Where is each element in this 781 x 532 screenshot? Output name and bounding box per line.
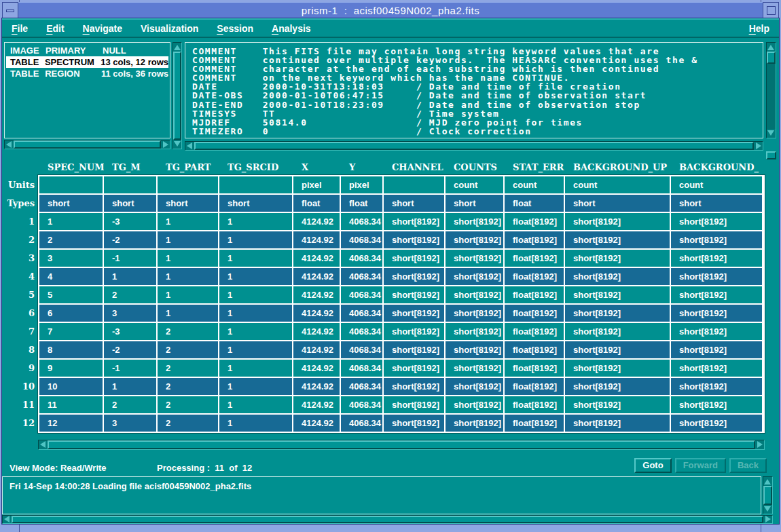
status-hscrollbar[interactable] <box>2 515 773 524</box>
table-cell[interactable]: short[8192] <box>384 415 444 432</box>
table-cell[interactable]: float[8192] <box>505 415 564 432</box>
table-cell[interactable]: short[8192] <box>565 341 670 358</box>
table-cell[interactable]: short[8192] <box>446 341 503 358</box>
table-cell[interactable]: short[8192] <box>446 360 503 377</box>
table-cell[interactable]: short[8192] <box>446 415 503 432</box>
table-cell[interactable]: 4 <box>39 268 103 285</box>
table-cell[interactable]: short[8192] <box>446 268 503 285</box>
hdu-row-primary[interactable]: IMAGEPRIMARYNULL <box>6 45 168 56</box>
table-cell[interactable]: 4124.92 <box>293 341 340 358</box>
column-header-tg_m[interactable]: TG_M <box>104 162 158 174</box>
table-cell[interactable]: 2 <box>104 286 156 303</box>
table-cell[interactable]: 1 <box>219 415 292 432</box>
table-cell[interactable]: 1 <box>219 213 292 230</box>
table-cell[interactable]: 1 <box>219 360 292 377</box>
table-cell[interactable]: float[8192] <box>505 213 564 230</box>
table-cell[interactable]: short[8192] <box>671 360 762 377</box>
table-cell[interactable]: 1 <box>104 268 156 285</box>
table-cell[interactable]: short[8192] <box>446 305 503 322</box>
table-cell[interactable]: short[8192] <box>565 213 670 230</box>
table-cell[interactable]: short[8192] <box>671 378 762 395</box>
table-cell[interactable]: 2 <box>158 396 218 413</box>
table-cell[interactable]: short[8192] <box>384 396 444 413</box>
table-cell[interactable]: short[8192] <box>565 378 670 395</box>
table-cell[interactable]: 4124.92 <box>293 305 340 322</box>
table-hscrollbar[interactable] <box>38 440 765 450</box>
table-cell[interactable]: 5 <box>39 286 103 303</box>
header-hscroll-thumb[interactable] <box>194 142 754 150</box>
table-cell[interactable]: -2 <box>104 341 156 358</box>
column-header-counts[interactable]: COUNTS <box>446 162 505 174</box>
menu-visualization[interactable]: Visualization <box>141 23 198 34</box>
table-cell[interactable]: count <box>671 176 762 193</box>
table-cell[interactable]: short[8192] <box>384 213 444 230</box>
table-cell[interactable]: short[8192] <box>671 213 762 230</box>
menu-analysis[interactable]: Analysis <box>272 23 311 34</box>
status-hscroll-thumb[interactable] <box>12 516 763 523</box>
forward-button[interactable]: Forward <box>675 458 726 473</box>
scroll-up-arrow[interactable] <box>763 477 772 486</box>
table-cell[interactable]: short[8192] <box>446 323 503 340</box>
table-cell[interactable]: short[8192] <box>446 231 503 248</box>
table-cell[interactable]: short <box>39 195 103 212</box>
table-cell[interactable]: 4068.34 <box>341 268 382 285</box>
hdu-list-hscrollbar[interactable] <box>4 140 170 149</box>
table-cell[interactable]: 1 <box>219 323 292 340</box>
table-cell[interactable]: short[8192] <box>671 415 762 432</box>
table-cell[interactable]: short[8192] <box>384 323 444 340</box>
table-cell[interactable]: 3 <box>104 415 156 432</box>
menu-session[interactable]: Session <box>217 23 253 34</box>
title-bar[interactable]: prism-1 : acisf00459N002_pha2.fits <box>2 2 779 18</box>
table-cell[interactable]: short[8192] <box>565 360 670 377</box>
table-cell[interactable]: -3 <box>104 213 156 230</box>
table-cell[interactable] <box>219 176 292 193</box>
scroll-right-arrow[interactable] <box>755 440 764 449</box>
column-header-stat_err[interactable]: STAT_ERR <box>505 162 565 174</box>
table-cell[interactable]: 2 <box>158 378 218 395</box>
table-cell[interactable] <box>158 176 218 193</box>
menu-help[interactable]: Help <box>749 23 769 34</box>
table-cell[interactable]: short[8192] <box>446 213 503 230</box>
hdu-list-hscroll-thumb[interactable] <box>14 140 161 149</box>
column-header-background_up[interactable]: BACKGROUND_UP <box>565 162 671 174</box>
table-cell[interactable]: 4124.92 <box>293 360 340 377</box>
table-cell[interactable]: 4068.34 <box>341 415 382 432</box>
table-cell[interactable]: short[8192] <box>671 268 762 285</box>
table-cell[interactable]: short[8192] <box>565 250 670 267</box>
table-cell[interactable]: float[8192] <box>505 268 564 285</box>
table-cell[interactable]: count <box>565 176 670 193</box>
scroll-right-arrow[interactable] <box>763 516 772 523</box>
column-header-tg_srcid[interactable]: TG_SRCID <box>219 162 293 174</box>
table-cell[interactable]: short[8192] <box>384 286 444 303</box>
table-cell[interactable]: 1 <box>219 286 292 303</box>
table-cell[interactable]: float[8192] <box>505 396 564 413</box>
table-cell[interactable]: float <box>505 195 564 212</box>
table-cell[interactable]: 2 <box>158 323 218 340</box>
table-cell[interactable]: 1 <box>219 396 292 413</box>
table-cell[interactable]: 1 <box>219 341 292 358</box>
table-cell[interactable]: short[8192] <box>446 396 503 413</box>
hdu-list-vscrollbar[interactable] <box>172 42 182 149</box>
table-cell[interactable]: short[8192] <box>565 323 670 340</box>
table-cell[interactable]: 4124.92 <box>293 323 340 340</box>
table-cell[interactable]: 1 <box>158 213 218 230</box>
table-hscroll-thumb[interactable] <box>48 440 755 449</box>
table-cell[interactable]: 4124.92 <box>293 378 340 395</box>
table-cell[interactable]: -2 <box>104 231 156 248</box>
table-cell[interactable]: 1 <box>158 231 218 248</box>
table-cell[interactable]: short[8192] <box>671 341 762 358</box>
table-cell[interactable]: short[8192] <box>384 268 444 285</box>
hdu-row-spectrum[interactable]: TABLESPECTRUM13 cols, 12 rows <box>6 56 168 68</box>
table-cell[interactable]: 1 <box>158 268 218 285</box>
table-cell[interactable]: short[8192] <box>565 305 670 322</box>
table-cell[interactable]: 1 <box>158 305 218 322</box>
table-cell[interactable]: short <box>158 195 218 212</box>
table-cell[interactable]: 4124.92 <box>293 286 340 303</box>
column-header-y[interactable]: Y <box>341 162 384 174</box>
scroll-up-arrow[interactable] <box>173 43 181 52</box>
table-cell[interactable]: 4068.34 <box>341 213 382 230</box>
status-vscroll-thumb[interactable] <box>763 486 772 505</box>
table-cell[interactable]: short[8192] <box>671 396 762 413</box>
table-cell[interactable]: short[8192] <box>384 231 444 248</box>
table-cell[interactable]: 3 <box>39 250 103 267</box>
